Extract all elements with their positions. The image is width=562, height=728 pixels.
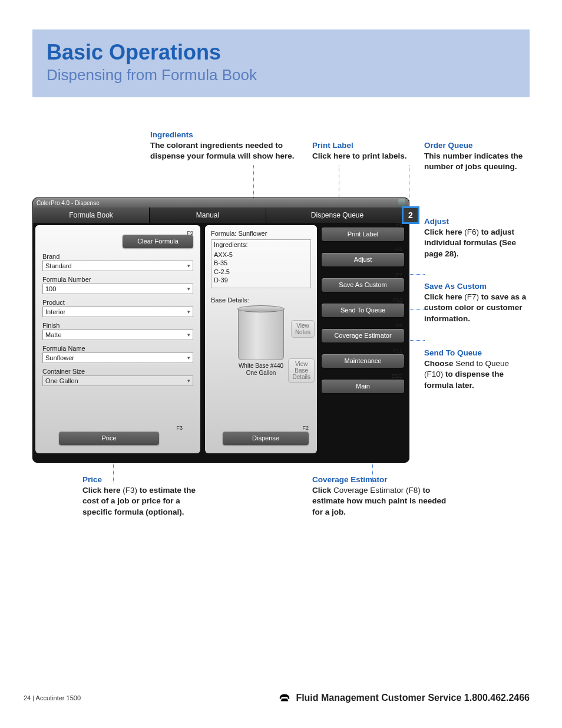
callout-heading: Save As Custom: [424, 281, 527, 292]
fkey-label: F5: [396, 221, 402, 227]
formula-name-value: Sunflower: [45, 354, 74, 361]
mini-btn-text: View: [292, 361, 310, 367]
fkey-label: F3: [176, 425, 183, 431]
fkey-label: F8: [396, 322, 402, 328]
brand-label: Brand: [42, 253, 193, 260]
clear-formula-button[interactable]: Clear Formula: [123, 235, 193, 248]
price-button[interactable]: Price: [59, 431, 159, 445]
ingredient-item: B-35: [214, 259, 308, 267]
chevron-down-icon: ▾: [187, 332, 190, 338]
product-select[interactable]: Interior▾: [42, 307, 193, 317]
container-size-value: One Gallon: [45, 377, 78, 384]
callout-heading: Send To Queue: [424, 348, 527, 358]
tab-formula-book[interactable]: Formula Book: [33, 207, 150, 223]
formula-number-value: 100: [45, 285, 56, 292]
callout-heading: Order Queue: [424, 140, 530, 151]
callout-save-as-custom: Save As Custom Click here (F7) to save a…: [424, 281, 527, 324]
product-value: Interior: [45, 308, 65, 315]
page-title: Basic Operations: [47, 40, 515, 65]
callout-body: Click Coverage Estimator (F8) to estimat…: [312, 485, 448, 518]
callout-text: Click here: [424, 292, 464, 301]
callout-key: (F3): [123, 486, 137, 495]
panel-actions: F5Print Label F6Adjust F7Save As Custom …: [319, 225, 406, 453]
callout-heading: Print Label: [312, 140, 430, 151]
finish-value: Matte: [45, 331, 62, 338]
customer-service-text: Fluid Management Customer Service 1.800.…: [296, 693, 530, 703]
chevron-down-icon: ▾: [187, 286, 190, 292]
callout-body: Click here (F7) to save as a custom colo…: [424, 292, 527, 324]
callout-body: This number indicates the number of jobs…: [424, 151, 530, 172]
page-subtitle: Dispensing from Formula Book: [47, 66, 515, 84]
fkey-label: F10: [393, 297, 402, 303]
callout-heading: Price: [82, 475, 206, 485]
main-button[interactable]: Main: [322, 380, 404, 393]
tab-bar: Formula Book Manual Dispense Queue: [33, 207, 409, 223]
callout-body: Click here (F6) to adjust individual for…: [424, 227, 524, 259]
window-control-icon[interactable]: [398, 199, 405, 206]
callout-text: Click here: [424, 228, 464, 236]
fkey-label: F11: [393, 348, 402, 354]
mini-btn-text: View: [295, 322, 310, 329]
formula-line: Formula: Sunflower: [211, 230, 311, 237]
app-window: ColorPro 4.0 - Dispense Formula Book Man…: [32, 197, 409, 463]
view-notes-button[interactable]: View Notes: [291, 320, 315, 338]
queue-count-badge: 2: [402, 206, 419, 224]
page-marker: 24 | Accutinter 1500: [24, 694, 81, 701]
brand-value: Standard: [45, 262, 72, 269]
ingredient-item: AXX-5: [214, 251, 308, 259]
fkey-label: F2: [302, 425, 309, 431]
callout-text: Choose: [424, 359, 455, 368]
fkey-label: F7: [396, 272, 402, 278]
callout-text: Click: [312, 486, 333, 495]
paint-can-icon: [238, 308, 284, 360]
dispense-button[interactable]: Dispense: [223, 431, 309, 445]
finish-select[interactable]: Matte▾: [42, 330, 193, 340]
chevron-down-icon: ▾: [187, 355, 190, 361]
callout-body: Click here (F3) to estimate the cost of …: [82, 485, 206, 518]
chevron-down-icon: ▾: [187, 309, 190, 315]
coverage-estimator-button[interactable]: Coverage Estimator: [322, 329, 404, 342]
callout-key: (F7): [464, 292, 479, 301]
formula-number-select[interactable]: 100▾: [42, 284, 193, 294]
callout-ingredients: Ingredients The colorant ingredients nee…: [150, 130, 315, 162]
finish-label: Finish: [42, 322, 193, 329]
callout-key: (F10): [424, 370, 443, 378]
mini-btn-text: Details: [292, 374, 310, 380]
callout-print-label: Print Label Click here to print labels.: [312, 140, 430, 162]
ingredient-item: D-39: [214, 276, 308, 284]
callout-send-to-queue: Send To Queue Choose Send to Queue (F10)…: [424, 348, 527, 391]
container-size-select[interactable]: One Gallon▾: [42, 375, 193, 386]
callout-body: Click here to print labels.: [312, 151, 430, 162]
callout-price: Price Click here (F3) to estimate the co…: [82, 475, 206, 518]
callout-text: Click here: [82, 486, 123, 495]
send-to-queue-button[interactable]: Send To Queue: [322, 304, 404, 317]
panel-formula-inputs: F9 Clear Formula Brand Standard▾ Formula…: [35, 225, 200, 453]
formula-name-label: Formula Name: [42, 345, 193, 352]
product-label: Product: [42, 299, 193, 306]
base-details-label: Base Details:: [211, 297, 311, 304]
print-label-button[interactable]: Print Label: [322, 228, 404, 241]
callout-body: The colorant ingredients needed to dispe…: [150, 140, 315, 162]
callout-adjust: Adjust Click here (F6) to adjust individ…: [424, 216, 524, 259]
window-titlebar: ColorPro 4.0 - Dispense: [33, 198, 409, 207]
fkey-label: ESC: [391, 373, 402, 379]
container-size-label: Container Size: [42, 368, 193, 375]
callout-heading: Coverage Estimator: [312, 475, 448, 485]
formula-name-select[interactable]: Sunflower▾: [42, 353, 193, 363]
adjust-button[interactable]: Adjust: [322, 253, 404, 266]
formula-number-label: Formula Number: [42, 276, 193, 283]
mini-btn-text: Base: [292, 367, 310, 374]
brand-select[interactable]: Standard▾: [42, 261, 193, 271]
callout-key: (F6): [464, 228, 479, 236]
ingredients-label: Ingredients:: [214, 241, 308, 248]
callout-text: Send to Queue: [455, 359, 509, 368]
phone-icon: [278, 691, 291, 704]
view-base-details-button[interactable]: View Base Details: [288, 358, 315, 383]
maintenance-button[interactable]: Maintenance: [322, 354, 404, 368]
tab-dispense-queue[interactable]: Dispense Queue: [266, 207, 409, 223]
panel-formula-details: Formula: Sunflower Ingredients: AXX-5 B-…: [205, 225, 317, 453]
save-as-custom-button[interactable]: Save As Custom: [322, 278, 404, 292]
callout-body: Choose Send to Queue (F10) to dispense t…: [424, 358, 527, 391]
tab-manual[interactable]: Manual: [150, 207, 266, 223]
callout-order-queue: Order Queue This number indicates the nu…: [424, 140, 530, 173]
